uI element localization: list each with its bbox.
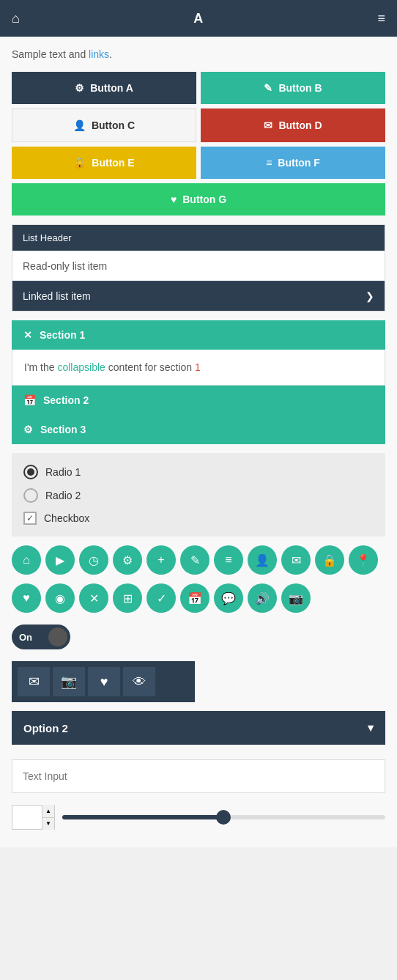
calendar-circle-icon[interactable]: 📅 bbox=[180, 583, 209, 613]
number-slider-row: 50 ▲ ▼ bbox=[12, 805, 385, 830]
slider-track[interactable] bbox=[62, 815, 385, 819]
accordion-section1-content: I'm the collapsible content for section … bbox=[12, 350, 385, 386]
mail-icon: ✉ bbox=[264, 119, 272, 131]
eye-circle-icon[interactable]: ◉ bbox=[45, 583, 75, 613]
lock-circle-icon[interactable]: 🔒 bbox=[315, 545, 344, 575]
radio1-input[interactable] bbox=[23, 465, 38, 479]
header-title: A bbox=[193, 11, 204, 26]
calendar-icon: 📅 bbox=[23, 394, 36, 406]
spinner-down-button[interactable]: ▼ bbox=[42, 818, 54, 830]
plus-circle-icon[interactable]: + bbox=[146, 545, 176, 575]
buttons-grid: ⚙ Button A ✎ Button B 👤 Button C ✉ Butto… bbox=[12, 72, 385, 215]
app-header: ⌂ A ≡ bbox=[0, 0, 397, 37]
settings-icon: ⚙ bbox=[23, 424, 33, 435]
heart-circle-icon[interactable]: ♥ bbox=[12, 583, 41, 613]
close-icon: ✕ bbox=[23, 329, 32, 341]
x-circle-icon[interactable]: ✕ bbox=[79, 583, 108, 613]
grid-circle-icon[interactable]: ⊞ bbox=[113, 583, 142, 613]
toggle-switch[interactable]: On bbox=[12, 625, 70, 649]
person-icon: 👤 bbox=[73, 119, 86, 131]
toolbar-eye-icon[interactable]: 👁 bbox=[123, 667, 155, 696]
form-controls: Radio 1 Radio 2 Checkbox bbox=[12, 453, 385, 537]
camera-circle-icon[interactable]: 📷 bbox=[281, 583, 311, 613]
checkbox-input[interactable] bbox=[23, 512, 37, 525]
accordion-section2-header[interactable]: 📅 Section 2 bbox=[12, 386, 385, 415]
checkbox-label: Checkbox bbox=[44, 512, 89, 524]
chevron-right-icon: ❯ bbox=[366, 290, 374, 302]
radio1-item[interactable]: Radio 1 bbox=[23, 465, 374, 479]
mail-circle-icon[interactable]: ✉ bbox=[281, 545, 311, 575]
number-input-group: 50 ▲ ▼ bbox=[12, 805, 55, 830]
gear-circle-icon[interactable]: ⚙ bbox=[113, 545, 142, 575]
spinner-up-button[interactable]: ▲ bbox=[42, 805, 54, 818]
list-circle-icon[interactable]: ≡ bbox=[214, 545, 243, 575]
button-d[interactable]: ✉ Button D bbox=[201, 108, 385, 142]
list-container: List Header Read-only list item Linked l… bbox=[12, 224, 385, 312]
chat-circle-icon[interactable]: 💬 bbox=[214, 583, 243, 613]
radio2-item[interactable]: Radio 2 bbox=[23, 488, 374, 503]
chevron-down-icon: ▾ bbox=[368, 721, 374, 734]
button-g[interactable]: ♥ Button G bbox=[12, 183, 385, 215]
toolbar-camera-icon[interactable]: 📷 bbox=[53, 667, 85, 696]
sample-text-static: Sample text and bbox=[12, 48, 89, 60]
lock-icon: 🔒 bbox=[73, 157, 86, 169]
toggle-knob bbox=[48, 627, 67, 646]
button-c[interactable]: 👤 Button C bbox=[12, 108, 196, 142]
gear-icon: ⚙ bbox=[75, 82, 84, 94]
slider-fill bbox=[62, 815, 224, 819]
pin-circle-icon[interactable]: 📍 bbox=[349, 545, 378, 575]
icon-toolbar: ✉ 📷 ♥ 👁 bbox=[12, 661, 195, 702]
accordion-section1-header[interactable]: ✕ Section 1 bbox=[12, 320, 385, 350]
toggle-label: On bbox=[19, 632, 32, 643]
dropdown-selected-value: Option 2 bbox=[23, 722, 68, 734]
accordion-section3-header[interactable]: ⚙ Section 3 bbox=[12, 415, 385, 444]
button-b[interactable]: ✎ Button B bbox=[201, 72, 385, 104]
check-circle-icon[interactable]: ✓ bbox=[146, 583, 176, 613]
radio2-label: Radio 2 bbox=[45, 490, 81, 501]
section1-label: Section 1 bbox=[40, 329, 85, 341]
slider-thumb[interactable] bbox=[216, 810, 231, 825]
accordion: ✕ Section 1 I'm the collapsible content … bbox=[12, 320, 385, 444]
number-spinners: ▲ ▼ bbox=[42, 805, 54, 830]
home-icon[interactable]: ⌂ bbox=[12, 11, 20, 26]
toolbar-heart-icon[interactable]: ♥ bbox=[88, 667, 120, 696]
list-item-linked[interactable]: Linked list item ❯ bbox=[12, 281, 385, 311]
sound-circle-icon[interactable]: 🔊 bbox=[248, 583, 277, 613]
radio1-label: Radio 1 bbox=[45, 466, 81, 478]
list-item-readonly: Read-only list item bbox=[12, 251, 385, 281]
sample-period: . bbox=[109, 48, 112, 60]
edit-icon: ✎ bbox=[264, 82, 272, 94]
section2-label: Section 2 bbox=[43, 394, 89, 406]
menu-icon[interactable]: ≡ bbox=[377, 11, 385, 26]
section3-label: Section 3 bbox=[40, 424, 86, 435]
icon-grid-row1: ⌂ ▶ ◷ ⚙ + ✎ ≡ 👤 ✉ 🔒 📍 bbox=[12, 545, 385, 575]
sample-text-block: Sample text and links. bbox=[12, 48, 385, 60]
edit-circle-icon[interactable]: ✎ bbox=[180, 545, 209, 575]
number-input[interactable]: 50 bbox=[12, 811, 42, 823]
video-circle-icon[interactable]: ▶ bbox=[45, 545, 75, 575]
toolbar-mail-icon[interactable]: ✉ bbox=[18, 667, 50, 696]
linked-item-label: Linked list item bbox=[23, 290, 91, 302]
clock-circle-icon[interactable]: ◷ bbox=[79, 545, 108, 575]
button-f[interactable]: ≡ Button F bbox=[201, 147, 385, 179]
checkbox-item[interactable]: Checkbox bbox=[23, 512, 374, 525]
sample-link[interactable]: links bbox=[89, 48, 109, 60]
home-circle-icon[interactable]: ⌂ bbox=[12, 545, 41, 575]
list-icon: ≡ bbox=[266, 157, 272, 169]
button-e[interactable]: 🔒 Button E bbox=[12, 147, 196, 179]
toggle-container: On bbox=[12, 625, 385, 649]
person-circle-icon[interactable]: 👤 bbox=[248, 545, 277, 575]
radio2-input[interactable] bbox=[23, 488, 38, 503]
heart-icon: ♥ bbox=[171, 194, 177, 205]
icon-grid-row2: ♥ ◉ ✕ ⊞ ✓ 📅 💬 🔊 📷 bbox=[12, 583, 385, 613]
button-a[interactable]: ⚙ Button A bbox=[12, 72, 196, 104]
list-header: List Header bbox=[12, 225, 385, 251]
main-content: Sample text and links. ⚙ Button A ✎ Butt… bbox=[0, 37, 397, 847]
text-input[interactable] bbox=[12, 759, 385, 793]
dropdown-select[interactable]: Option 2 ▾ bbox=[12, 711, 385, 745]
